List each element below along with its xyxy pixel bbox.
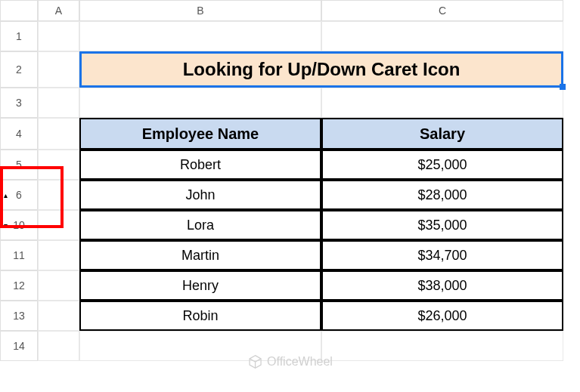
- row-header-12[interactable]: 12: [0, 270, 38, 301]
- row-header-14[interactable]: 14: [0, 331, 38, 361]
- row-header-3[interactable]: 3: [0, 88, 38, 118]
- col-header-A[interactable]: A: [38, 0, 79, 21]
- table-cell-salary-2[interactable]: $35,000: [321, 210, 563, 240]
- table-header-employee[interactable]: Employee Name: [79, 118, 321, 150]
- table-cell-name-5[interactable]: Robin: [79, 301, 321, 331]
- cell-A1[interactable]: [38, 21, 79, 51]
- cell-A14[interactable]: [38, 331, 79, 361]
- row-header-13[interactable]: 13: [0, 301, 38, 331]
- table-cell-name-1[interactable]: John: [79, 180, 321, 210]
- row-header-4[interactable]: 4: [0, 118, 38, 150]
- cell-A12[interactable]: [38, 270, 79, 301]
- table-cell-salary-3[interactable]: $34,700: [321, 240, 563, 270]
- cell-C1[interactable]: [321, 21, 563, 51]
- row-header-1[interactable]: 1: [0, 21, 38, 51]
- table-header-salary[interactable]: Salary: [321, 118, 563, 150]
- col-header-B[interactable]: B: [79, 0, 321, 21]
- select-all-corner[interactable]: [0, 0, 38, 21]
- row-header-11[interactable]: 11: [0, 240, 38, 270]
- cell-B14[interactable]: [79, 331, 321, 361]
- cell-A4[interactable]: [38, 118, 79, 150]
- row-number-6: 6: [16, 189, 22, 201]
- table-cell-salary-0[interactable]: $25,000: [321, 150, 563, 180]
- cell-A13[interactable]: [38, 301, 79, 331]
- caret-down-icon[interactable]: ▾: [4, 221, 8, 230]
- cell-A3[interactable]: [38, 88, 79, 118]
- cell-C3[interactable]: [321, 88, 563, 118]
- caret-up-icon[interactable]: ▴: [4, 191, 8, 199]
- table-cell-salary-1[interactable]: $28,000: [321, 180, 563, 210]
- cell-B3[interactable]: [79, 88, 321, 118]
- cell-A5[interactable]: [38, 150, 79, 180]
- cell-A6[interactable]: [38, 180, 79, 210]
- table-cell-salary-5[interactable]: $26,000: [321, 301, 563, 331]
- row-header-10[interactable]: ▾ 10: [0, 210, 38, 240]
- cell-C14[interactable]: [321, 331, 563, 361]
- table-cell-name-0[interactable]: Robert: [79, 150, 321, 180]
- col-header-C[interactable]: C: [321, 0, 563, 21]
- row-number-10: 10: [13, 219, 25, 231]
- cell-A11[interactable]: [38, 240, 79, 270]
- row-header-5[interactable]: 5: [0, 150, 38, 180]
- row-header-6[interactable]: ▴ 6: [0, 180, 38, 210]
- table-cell-name-4[interactable]: Henry: [79, 270, 321, 301]
- table-cell-name-3[interactable]: Martin: [79, 240, 321, 270]
- cell-B1[interactable]: [79, 21, 321, 51]
- table-cell-name-2[interactable]: Lora: [79, 210, 321, 240]
- row-header-2[interactable]: 2: [0, 51, 38, 88]
- table-cell-salary-4[interactable]: $38,000: [321, 270, 563, 301]
- cell-A2[interactable]: [38, 51, 79, 88]
- title-cell[interactable]: Looking for Up/Down Caret Icon: [79, 51, 563, 88]
- cell-A10[interactable]: [38, 210, 79, 240]
